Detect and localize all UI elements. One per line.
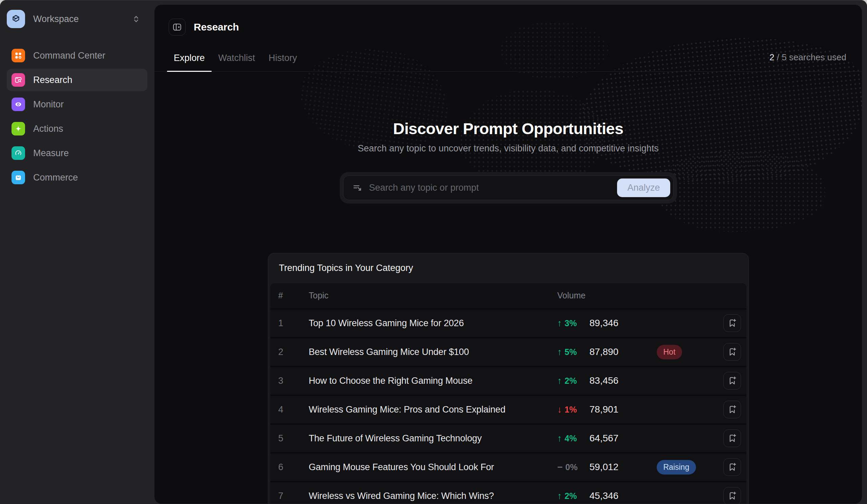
status-badge: Raising	[657, 460, 696, 474]
row-volume: 45,346	[590, 491, 657, 501]
bookmark-plus-icon	[727, 405, 737, 415]
row-volume: 89,346	[590, 318, 657, 329]
sidebar-item-command-center[interactable]: Command Center	[7, 44, 147, 67]
row-change: ↑2%	[557, 491, 590, 501]
trend-arrow-icon: ↑	[557, 434, 562, 443]
hero-subtitle: Search any topic to uncover trends, visi…	[154, 143, 862, 154]
sidebar-item-label: Monitor	[33, 99, 64, 110]
column-rank: #	[278, 291, 309, 300]
row-volume: 83,456	[590, 375, 657, 386]
bookmark-add-button[interactable]	[724, 314, 741, 332]
search-bar-wrapper: Analyze	[340, 172, 677, 204]
row-rank: 6	[278, 462, 309, 472]
bookmark-add-button[interactable]	[724, 458, 741, 476]
card-title: Trending Topics in Your Category	[279, 263, 413, 274]
gauge-icon	[11, 146, 25, 160]
unfold-chevron-icon[interactable]	[132, 14, 141, 23]
page-header: Research	[154, 5, 862, 41]
row-change: −0%	[557, 462, 590, 472]
row-rank: 4	[278, 405, 309, 415]
sidebar-item-label: Commerce	[33, 172, 78, 183]
row-change: ↑2%	[557, 376, 590, 386]
sparkle-icon	[11, 122, 25, 136]
table-row[interactable]: 7Wireless vs Wired Gaming Mice: Which Wi…	[270, 482, 747, 504]
trending-topics-table: # Topic Volume 1Top 10 Wireless Gaming M…	[270, 283, 747, 504]
volume-sort-header[interactable]: Volume	[557, 291, 590, 300]
column-topic: Topic	[309, 291, 557, 300]
sidebar-nav: Command Center Research	[7, 44, 147, 189]
eye-icon	[11, 98, 25, 111]
row-change: ↑5%	[557, 347, 590, 357]
page-title: Research	[194, 21, 239, 33]
app-window: Workspace Command Center	[0, 0, 867, 504]
bookmark-add-button[interactable]	[724, 372, 741, 389]
row-topic: The Future of Wireless Gaming Technology	[309, 433, 557, 444]
trend-arrow-icon: ↓	[557, 405, 562, 414]
row-topic: Top 10 Wireless Gaming Mice for 2026	[309, 318, 557, 329]
sidebar-item-label: Actions	[33, 124, 63, 134]
row-volume: 78,901	[590, 404, 657, 415]
row-volume: 87,890	[590, 346, 657, 357]
search-input[interactable]	[368, 182, 618, 193]
sidebar-item-label: Research	[33, 75, 73, 85]
browser-search-icon	[11, 73, 25, 87]
row-topic: Wireless vs Wired Gaming Mice: Which Win…	[309, 491, 557, 501]
sidebar-toggle-button[interactable]	[169, 19, 185, 35]
bookmark-add-button[interactable]	[724, 487, 741, 504]
bookmark-add-button[interactable]	[724, 401, 741, 418]
trend-arrow-icon: ↑	[557, 376, 562, 385]
sidebar-item-label: Command Center	[33, 51, 105, 61]
workspace-selector[interactable]: Workspace	[7, 9, 147, 29]
table-row[interactable]: 1Top 10 Wireless Gaming Mice for 2026↑3%…	[270, 310, 747, 337]
shopping-bag-icon	[11, 171, 25, 184]
row-volume: 59,012	[590, 462, 657, 472]
sidebar-item-measure[interactable]: Measure	[7, 142, 147, 164]
row-topic: Wireless Gaming Mice: Pros and Cons Expl…	[309, 405, 557, 415]
trend-arrow-icon: ↑	[557, 347, 562, 357]
bookmark-plus-icon	[727, 491, 737, 501]
row-rank: 2	[278, 347, 309, 357]
sidebar-item-monitor[interactable]: Monitor	[7, 93, 147, 116]
bookmark-add-button[interactable]	[724, 343, 741, 361]
table-row[interactable]: 6Gaming Mouse Features You Should Look F…	[270, 453, 747, 481]
hero-section: Discover Prompt Opportunities Search any…	[154, 119, 862, 154]
row-topic: How to Choose the Right Gaming Mouse	[309, 376, 557, 386]
trend-arrow-icon: ↑	[557, 492, 562, 501]
sidebar-item-commerce[interactable]: Commerce	[7, 166, 147, 189]
row-rank: 1	[278, 318, 309, 329]
row-change: ↑4%	[557, 433, 590, 443]
table-row[interactable]: 4Wireless Gaming Mice: Pros and Cons Exp…	[270, 396, 747, 423]
main-panel: Research Explore Watchlist History 2 / 5…	[154, 4, 862, 504]
sidebar-item-research[interactable]: Research	[7, 69, 147, 91]
trending-topics-card: Trending Topics in Your Category # Topic…	[268, 253, 749, 504]
status-badge: Hot	[657, 345, 683, 360]
bookmark-add-button[interactable]	[724, 429, 741, 447]
card-header: Trending Topics in Your Category	[270, 253, 747, 283]
tab-watchlist[interactable]: Watchlist	[212, 50, 262, 72]
tab-explore[interactable]: Explore	[167, 50, 212, 72]
search-bar: Analyze	[343, 175, 674, 200]
grid-icon	[11, 49, 25, 62]
table-row[interactable]: 5The Future of Wireless Gaming Technolog…	[270, 425, 747, 452]
trend-arrow-icon: −	[557, 463, 563, 472]
row-topic: Best Wireless Gaming Mice Under $100	[309, 347, 557, 357]
table-row[interactable]: 3How to Choose the Right Gaming Mouse↑2%…	[270, 367, 747, 395]
trend-arrow-icon: ↑	[557, 319, 562, 328]
row-rank: 5	[278, 433, 309, 444]
bookmark-plus-icon	[727, 376, 737, 386]
analyze-button[interactable]: Analyze	[617, 179, 670, 197]
row-topic: Gaming Mouse Features You Should Look Fo…	[309, 462, 557, 472]
workspace-logo-icon	[7, 10, 25, 28]
tab-history[interactable]: History	[262, 50, 304, 72]
workspace-label: Workspace	[33, 14, 79, 24]
bookmark-plus-icon	[727, 318, 737, 328]
sidebar-item-actions[interactable]: Actions	[7, 118, 147, 140]
tabs: Explore Watchlist History 2 / 5 searches…	[154, 50, 862, 72]
sidebar-item-label: Measure	[33, 148, 69, 159]
sort-arrow-down-icon	[589, 292, 590, 300]
prompt-lines-icon	[352, 183, 362, 193]
sidebar: Workspace Command Center	[0, 0, 154, 504]
table-body: 1Top 10 Wireless Gaming Mice for 2026↑3%…	[270, 310, 747, 504]
table-row[interactable]: 2Best Wireless Gaming Mice Under $100↑5%…	[270, 339, 747, 366]
table-header-row: # Topic Volume	[270, 283, 747, 308]
